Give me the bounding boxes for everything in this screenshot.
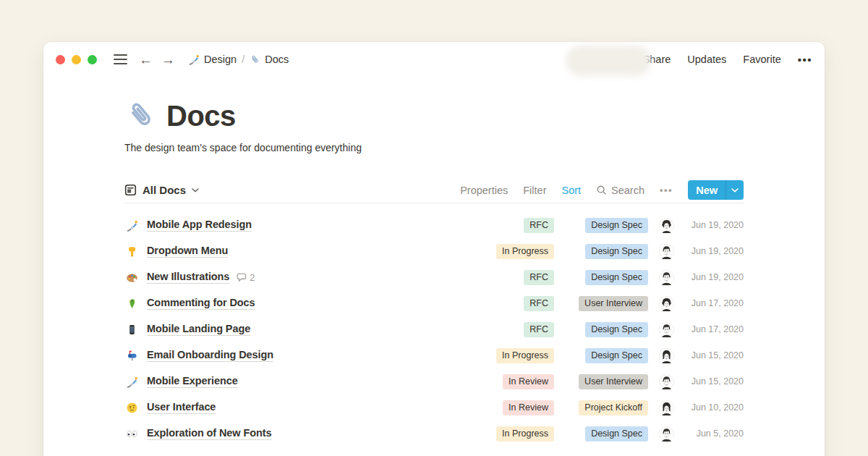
type-tag[interactable]: Project Kickoff — [579, 400, 648, 415]
avatar — [659, 348, 674, 363]
paintbrush-icon — [188, 54, 200, 65]
forward-arrow-icon[interactable]: → — [161, 53, 175, 67]
zoom-window-button[interactable] — [88, 55, 97, 64]
paperclip-icon[interactable] — [124, 99, 158, 132]
blurred-element — [566, 46, 651, 76]
breadcrumb-item-docs[interactable]: Docs — [250, 54, 289, 65]
table-row[interactable]: Email Onboarding Design In Progress Desi… — [124, 342, 744, 368]
topbar-actions: Share Updates Favorite ••• — [643, 54, 812, 66]
type-tag[interactable]: Design Spec — [585, 426, 648, 442]
favorite-button[interactable]: Favorite — [743, 54, 780, 65]
breadcrumb-separator: / — [242, 54, 244, 65]
new-button[interactable]: New — [688, 180, 744, 200]
table-row[interactable]: Dropdown Menu In Progress Design Spec Ju… — [124, 238, 744, 264]
table-row[interactable]: Commenting for Docs RFC User Interview J… — [124, 290, 744, 316]
status-tag[interactable]: In Review — [503, 374, 554, 389]
avatar — [659, 296, 674, 311]
page-subtitle[interactable]: The design team's space for documenting … — [124, 142, 744, 153]
filter-button[interactable]: Filter — [523, 185, 546, 196]
doc-title[interactable]: Dropdown Menu — [147, 245, 228, 258]
doc-title[interactable]: Commenting for Docs — [147, 297, 255, 310]
type-tag[interactable]: Design Spec — [585, 322, 648, 337]
status-tag[interactable]: RFC — [524, 218, 554, 233]
doc-title[interactable]: New Illustrations — [147, 271, 229, 284]
breadcrumb-label: Design — [204, 54, 237, 65]
type-tag[interactable]: User Interview — [579, 374, 648, 389]
edited-date: Jun 5, 2020 — [680, 428, 744, 439]
paintbrush-icon — [124, 219, 139, 232]
search-button[interactable]: Search — [596, 185, 644, 196]
table-row[interactable]: New Illustrations 2 RFC Design Spec Jun … — [124, 264, 744, 290]
sort-button[interactable]: Sort — [561, 185, 581, 196]
type-tag[interactable]: User Interview — [579, 296, 648, 311]
table-row[interactable]: Mobile Experience In Review User Intervi… — [124, 368, 744, 394]
breadcrumb-item-design[interactable]: Design — [188, 54, 237, 65]
more-options-icon[interactable]: ••• — [798, 54, 812, 66]
comment-bubble-icon — [237, 273, 247, 282]
eyes-icon — [124, 428, 139, 440]
raised-eyebrow-face-icon — [124, 402, 139, 414]
breadcrumb: Design / Docs — [188, 54, 289, 65]
back-arrow-icon[interactable]: ← — [139, 53, 153, 67]
sidebar-menu-icon[interactable] — [114, 54, 127, 64]
list-view-icon — [124, 184, 137, 196]
table-row[interactable]: Mobile Landing Page RFC Design Spec Jun … — [124, 316, 744, 342]
docs-list: Mobile App Redesign RFC Design Spec Jun … — [124, 212, 744, 447]
comment-count[interactable]: 2 — [237, 272, 255, 283]
mobile-phone-icon — [124, 324, 139, 336]
status-tag[interactable]: In Progress — [496, 244, 554, 259]
paperclip-icon — [250, 54, 260, 65]
edited-date: Jun 19, 2020 — [680, 246, 744, 256]
close-window-button[interactable] — [56, 55, 65, 64]
paintbrush-icon — [124, 376, 139, 388]
doc-title[interactable]: Mobile Landing Page — [147, 323, 250, 336]
status-tag[interactable]: RFC — [524, 270, 554, 285]
doc-title[interactable]: Mobile Experience — [147, 375, 238, 388]
edited-date: Jun 15, 2020 — [680, 350, 744, 360]
chevron-down-icon — [731, 188, 739, 193]
point-down-icon — [124, 245, 139, 258]
type-tag[interactable]: Design Spec — [585, 270, 648, 285]
edited-date: Jun 17, 2020 — [680, 324, 744, 334]
properties-button[interactable]: Properties — [460, 185, 508, 196]
view-switcher[interactable]: All Docs — [124, 184, 199, 196]
window-topbar: ← → Design / Docs Share Updates Favorite… — [43, 42, 825, 77]
minimize-window-button[interactable] — [72, 55, 81, 64]
view-label: All Docs — [142, 184, 186, 196]
edited-date: Jun 17, 2020 — [680, 298, 744, 308]
type-tag[interactable]: Design Spec — [585, 218, 648, 233]
type-tag[interactable]: Design Spec — [585, 348, 648, 363]
edited-date: Jun 10, 2020 — [680, 402, 744, 413]
status-tag[interactable]: RFC — [524, 322, 554, 337]
table-row[interactable]: Mobile App Redesign RFC Design Spec Jun … — [124, 212, 744, 238]
parrot-icon — [124, 297, 139, 310]
doc-title[interactable]: Email Onboarding Design — [147, 349, 273, 362]
edited-date: Jun 19, 2020 — [680, 272, 744, 282]
status-tag[interactable]: In Review — [503, 400, 554, 415]
status-tag[interactable]: In Progress — [496, 426, 554, 442]
table-row[interactable]: Exploration of New Fonts In Progress Des… — [124, 421, 744, 447]
new-button-dropdown[interactable] — [726, 180, 744, 200]
avatar — [659, 244, 674, 259]
search-label: Search — [611, 185, 644, 196]
doc-title[interactable]: User Interface — [147, 401, 216, 414]
table-row[interactable]: User Interface In Review Project Kickoff… — [124, 394, 744, 421]
collection-toolbar: All Docs Properties Filter Sort Search •… — [124, 177, 744, 203]
mailbox-icon — [124, 350, 139, 362]
avatar — [659, 426, 674, 442]
type-tag[interactable]: Design Spec — [585, 244, 648, 259]
status-tag[interactable]: RFC — [524, 296, 554, 311]
avatar — [659, 400, 674, 415]
doc-title[interactable]: Exploration of New Fonts — [147, 427, 271, 440]
avatar — [659, 218, 674, 233]
new-button-label[interactable]: New — [688, 180, 726, 200]
toolbar-more-icon[interactable]: ••• — [660, 185, 673, 195]
page-title[interactable]: Docs — [166, 101, 236, 130]
updates-button[interactable]: Updates — [687, 54, 726, 65]
edited-date: Jun 15, 2020 — [680, 376, 744, 387]
notion-window: ← → Design / Docs Share Updates Favorite… — [43, 42, 825, 456]
breadcrumb-label: Docs — [265, 54, 289, 65]
status-tag[interactable]: In Progress — [496, 348, 554, 363]
doc-title[interactable]: Mobile App Redesign — [147, 219, 252, 232]
edited-date: Jun 19, 2020 — [680, 220, 744, 230]
